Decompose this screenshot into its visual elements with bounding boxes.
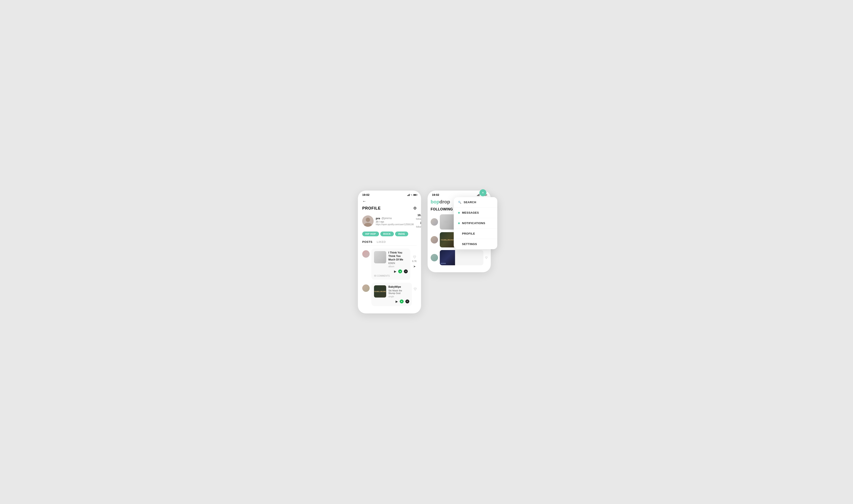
spotify-icon-1[interactable]: ●: [398, 269, 402, 273]
menu-overlay: 🔍 SEARCH MESSAGES NOTIFICATIONS PROFILE …: [454, 197, 497, 249]
genre-tag-hiphop[interactable]: HIP HOP: [362, 232, 379, 236]
profile-dot: [458, 233, 460, 235]
profile-url: https://open.spotify.com/user/12556198: [376, 223, 414, 226]
fpost-art-img-3: SERIE: [440, 250, 455, 265]
app-logo: bopdrop: [431, 199, 450, 205]
left-phone: 19:02 ∿ ← PROFILE ⚙: [358, 191, 421, 313]
fpost-art-2: YOUWILLREGRET: [440, 232, 455, 248]
settings-dot: [458, 243, 460, 245]
profile-bio: 20 / nyc: [376, 220, 414, 223]
post-avatar-1: [362, 250, 370, 258]
followers-label: followers: [416, 218, 421, 220]
song-title-2: BabyWipe: [388, 285, 409, 289]
following-item-3: SERIE ♡: [431, 250, 488, 265]
like-icon-1[interactable]: ♡: [413, 255, 416, 259]
menu-label-notifications: NOTIFICATIONS: [462, 221, 485, 225]
following-actions-3: ♡: [485, 256, 488, 259]
album-art-1: [374, 251, 386, 263]
tab-liked[interactable]: LIKED: [377, 240, 386, 244]
menu-item-profile[interactable]: PROFILE: [454, 229, 497, 239]
play-icon-1[interactable]: ▶: [394, 270, 396, 273]
menu-item-search[interactable]: 🔍 SEARCH: [454, 197, 497, 208]
profile-details: pre @prerna 20 / nyc https://open.spotif…: [376, 217, 414, 226]
tab-posts[interactable]: POSTS: [362, 240, 373, 244]
settings-icon[interactable]: ⚙: [413, 206, 417, 211]
signal-icon-right: [477, 194, 479, 196]
post-actions-1: ♡ 6.7K ➤: [412, 249, 417, 268]
menu-label-search: SEARCH: [464, 201, 476, 204]
like-icon-2[interactable]: ♡: [414, 287, 417, 291]
fpost-art-3: SERIE: [440, 250, 455, 265]
following-label: following: [416, 226, 421, 228]
fpost-art-1: [440, 214, 455, 230]
play-icon-2[interactable]: ▶: [396, 300, 398, 303]
artist-1: EDEN: [388, 262, 408, 265]
profile-info: pre @prerna 20 / nyc https://open.spotif…: [362, 214, 417, 229]
profile-handle: @prerna: [381, 217, 392, 220]
messages-dot: [458, 212, 460, 214]
logo-drop: drop: [439, 199, 450, 204]
menu-label-settings: SETTINGS: [462, 242, 477, 246]
like-count-1: 6.7K: [412, 260, 417, 263]
post-info-1: I Think You Think Too Much Of Me EDEN al…: [388, 251, 408, 268]
post-info-2: BabyWipe Ski Mask the Slump God single: [388, 285, 409, 298]
menu-item-settings[interactable]: SETTINGS: [454, 239, 497, 249]
artist-2: Ski Mask the Slump God: [388, 289, 409, 294]
status-icons-left: ∿: [407, 194, 417, 196]
post-card-1: I Think You Think Too Much Of Me EDEN al…: [371, 249, 411, 280]
status-bar-left: 19:02 ∿: [358, 191, 421, 197]
following-avatar-3: [431, 254, 438, 262]
avatar: [362, 215, 374, 227]
fpost-art-img-2: YOUWILLREGRET: [440, 232, 455, 248]
post-card-2: YOUWILLREGRET BabyWipe Ski Mask the Slum…: [371, 283, 412, 306]
album-art-image-2: YOUWILLREGRET: [374, 285, 386, 298]
menu-item-messages[interactable]: MESSAGES: [454, 208, 497, 218]
add-icon-2[interactable]: +: [405, 300, 409, 303]
svg-point-1: [366, 218, 370, 222]
avatar-image: [362, 215, 374, 227]
post-comments-1[interactable]: 90 COMMENTS: [374, 275, 408, 277]
battery-icon: [413, 194, 417, 196]
post-controls-2: ▶ ● +: [374, 300, 409, 303]
add-icon-1[interactable]: +: [404, 269, 408, 273]
following-post-card-3: SERIE: [440, 250, 483, 265]
song-title-1: I Think You Think Too Much Of Me: [388, 251, 408, 262]
fa-like-3[interactable]: ♡: [485, 256, 488, 259]
menu-label-profile: PROFILE: [462, 232, 475, 235]
followers-count: 10.4K: [416, 214, 421, 217]
album-art-2: YOUWILLREGRET: [374, 285, 386, 298]
following-avatar-2: [431, 236, 438, 244]
menu-item-notifications[interactable]: NOTIFICATIONS: [454, 218, 497, 229]
post-item-2: YOUWILLREGRET BabyWipe Ski Mask the Slum…: [362, 283, 417, 306]
profile-title: PROFILE: [362, 206, 381, 211]
profile-name: pre: [376, 217, 380, 220]
profile-header: PROFILE ⚙: [362, 206, 417, 211]
post-item-1: I Think You Think Too Much Of Me EDEN al…: [362, 249, 417, 280]
profile-stats: 10.4K followers 304 following: [416, 214, 421, 229]
menu-label-messages: MESSAGES: [462, 211, 479, 214]
right-panel: 19:02 ∿ bopdrop: [428, 191, 495, 272]
following-count: 304: [416, 221, 421, 224]
post-controls-1: ▶ ● +: [374, 269, 408, 273]
genre-tag-rock[interactable]: ROCK: [380, 232, 394, 236]
search-icon: 🔍: [458, 201, 461, 204]
wifi-icon: ∿: [411, 194, 412, 196]
album-art-image-1: [374, 251, 386, 263]
logo-bop: bop: [431, 199, 439, 204]
following-avatar-1: [431, 218, 438, 226]
post-tabs: POSTS LIKED: [362, 240, 417, 246]
genre-tag-indie[interactable]: INDIE: [395, 232, 408, 236]
spotify-icon-2[interactable]: ●: [400, 300, 404, 303]
notifications-dot: [458, 222, 460, 224]
fpost-art-img-1: [440, 214, 455, 230]
status-time-right: 19:02: [432, 193, 439, 196]
fpost-details-3: [455, 250, 483, 265]
post-avatar-2: [362, 285, 370, 292]
share-icon-1[interactable]: ➤: [413, 265, 416, 268]
genre-tags: HIP HOP ROCK INDIE: [362, 232, 417, 236]
back-button[interactable]: ←: [362, 199, 417, 204]
post-type-1: album: [388, 265, 408, 268]
status-time-left: 19:02: [362, 193, 369, 196]
signal-icon: [407, 194, 410, 196]
post-actions-2: ♡: [414, 283, 417, 291]
